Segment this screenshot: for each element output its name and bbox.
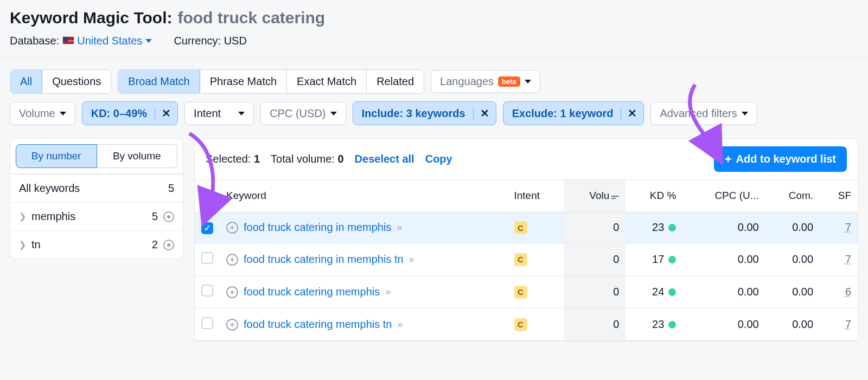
double-chevron-icon: » [409,254,412,265]
tab-broad-match[interactable]: Broad Match [118,70,200,93]
col-cpc[interactable]: CPC (U... [682,180,765,212]
filter-intent[interactable]: Intent [184,102,254,125]
match-segmented: Broad Match Phrase Match Exact Match Rel… [118,69,424,94]
col-volume[interactable]: Volu [564,180,626,212]
sidebar-group[interactable]: ❯memphis 5 [10,202,183,230]
cell-sf: 7 [820,212,858,243]
sidebar-tab-by-number[interactable]: By number [16,144,97,168]
add-keyword-icon[interactable]: + [226,286,238,298]
select-all-checkbox[interactable] [201,191,213,203]
copy-button[interactable]: Copy [425,153,452,165]
chevron-down-icon [742,112,748,115]
database-value: United States [77,35,142,47]
sort-icon [611,196,619,199]
add-keyword-icon[interactable]: + [226,254,238,266]
cell-sf: 7 [820,308,858,341]
cell-kd: 24 [626,276,682,308]
database-label: Database: [10,35,59,47]
row-checkbox[interactable]: ✓ [201,222,213,234]
intent-badge: C [514,221,527,234]
selected-count: Selected: 1 [206,153,260,165]
filter-include-clear[interactable]: ✕ [473,107,496,120]
filter-cpc[interactable]: CPC (USD) [260,102,346,125]
filter-kd-clear[interactable]: ✕ [155,107,177,120]
col-keyword[interactable]: Keyword [220,180,508,212]
languages-dropdown[interactable]: Languages beta [431,70,540,93]
chevron-down-icon [145,39,152,43]
col-intent[interactable]: Intent [508,180,564,212]
cell-cpc: 0.00 [682,243,765,276]
filter-include[interactable]: Include: 3 keywords ✕ [353,101,496,125]
currency-display: Currency: USD [174,35,247,47]
add-to-keyword-list-button[interactable]: + Add to keyword list [714,146,847,172]
results-table: Keyword Intent Volu KD % CPC (U... Com. … [195,180,858,341]
col-com[interactable]: Com. [765,180,820,212]
sidebar-group[interactable]: ❯tn 2 [10,230,183,259]
cell-sf: 7 [820,243,858,276]
chevron-down-icon [60,112,66,115]
database-selector[interactable]: Database: United States [10,35,152,47]
cell-volume: 0 [564,243,626,276]
cell-com: 0.00 [765,243,820,276]
double-chevron-icon: » [397,222,400,233]
col-kd[interactable]: KD % [626,180,682,212]
cell-com: 0.00 [765,308,820,341]
flag-us-icon [62,36,74,44]
double-chevron-icon: » [397,319,400,330]
page-title-label: Keyword Magic Tool: [10,9,172,27]
chevron-down-icon [525,80,531,83]
row-checkbox[interactable] [201,317,213,329]
chevron-right-icon: ❯ [19,211,26,222]
tab-all[interactable]: All [10,70,42,93]
chevron-down-icon [330,112,337,115]
type-segmented: All Questions [10,69,111,94]
eye-icon[interactable] [163,240,174,250]
table-row: ✓+food truck catering in memphis »C023 0… [195,212,858,243]
cell-kd: 23 [626,308,682,341]
cell-kd: 17 [626,243,682,276]
keyword-link[interactable]: food truck catering in memphis tn [244,253,404,266]
difficulty-dot-icon [668,224,676,231]
cell-volume: 0 [564,276,626,308]
sidebar-tab-by-volume[interactable]: By volume [97,144,178,168]
filter-exclude[interactable]: Exclude: 1 keyword ✕ [503,101,644,125]
keyword-link[interactable]: food truck catering memphis tn [244,318,392,331]
keyword-link[interactable]: food truck catering memphis [244,286,380,298]
cell-sf: 6 [820,276,858,308]
difficulty-dot-icon [668,288,676,296]
cell-com: 0.00 [765,276,820,308]
row-checkbox[interactable] [201,285,213,297]
cell-cpc: 0.00 [682,276,765,308]
sidebar-all-keywords[interactable]: All keywords 5 [10,174,183,202]
col-sf[interactable]: SF [820,180,858,212]
add-keyword-icon[interactable]: + [226,222,238,234]
tab-related[interactable]: Related [367,70,424,93]
tab-phrase-match[interactable]: Phrase Match [200,70,287,93]
cell-volume: 0 [564,212,626,243]
tab-exact-match[interactable]: Exact Match [287,70,367,93]
page-title-query: food truck catering [177,9,325,27]
intent-badge: C [514,318,527,331]
eye-icon[interactable] [163,211,174,222]
keyword-link[interactable]: food truck catering in memphis [244,221,391,234]
filter-advanced[interactable]: Advanced filters [650,102,757,125]
cell-kd: 23 [626,212,682,243]
add-keyword-icon[interactable]: + [226,319,238,331]
plus-icon: + [725,153,732,165]
difficulty-dot-icon [668,256,676,263]
difficulty-dot-icon [668,321,676,329]
double-chevron-icon: » [385,286,388,298]
table-row: +food truck catering in memphis tn »C017… [195,243,858,276]
tab-questions[interactable]: Questions [42,70,111,93]
cell-com: 0.00 [765,212,820,243]
row-checkbox[interactable] [201,252,213,264]
total-volume: Total volume: 0 [271,153,344,165]
table-row: +food truck catering memphis tn »C023 0.… [195,308,858,341]
cell-volume: 0 [564,308,626,341]
beta-badge: beta [498,76,520,87]
filter-exclude-clear[interactable]: ✕ [621,107,643,120]
filter-volume[interactable]: Volume [10,102,75,125]
filter-kd[interactable]: KD: 0–49% ✕ [82,101,178,125]
table-row: +food truck catering memphis »C024 0.000… [195,276,858,308]
deselect-all-button[interactable]: Deselect all [355,153,414,165]
